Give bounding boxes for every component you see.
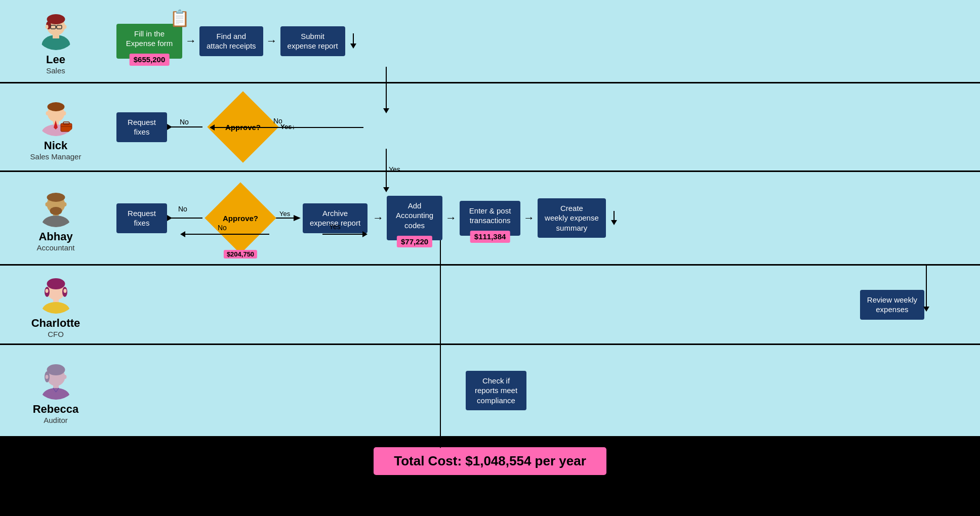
enter-post-cost: $111,384 [470,231,510,243]
document-icon: 📋 [170,9,190,28]
svg-point-9 [45,25,48,29]
actor-charlotte-name: Charlotte [31,317,80,330]
actor-lee-role: Sales [46,66,65,75]
submit-report-label: Submitexpense report [288,32,338,51]
fill-form-box: Fill in theExpense form $655,200 [116,24,182,59]
add-codes-cost: $77,220 [397,236,432,248]
add-codes-label: AddAccountingcodes [396,201,433,230]
add-codes-box: AddAccountingcodes $77,220 [387,196,442,241]
actor-nick-role: Sales Manager [30,152,81,161]
svg-point-33 [63,202,66,206]
create-weekly-box: Createweekly expensesummary [538,198,606,238]
svg-point-53 [47,364,65,375]
svg-point-32 [45,202,48,206]
avatar-abhay [34,184,77,227]
lee-flow: Fill in theExpense form $655,200 📋 → Fin… [116,24,358,59]
archive-report-label: Archiveexpense report [310,209,360,228]
lane-lee-content: Fill in theExpense form $655,200 📋 → Fin… [111,14,980,69]
actor-nick: Nick Sales Manager [0,88,111,166]
svg-point-19 [63,111,66,115]
fill-form-label: Fill in theExpense form [126,29,173,48]
avatar-lee [34,7,77,50]
swim-lane-lee: Lee Sales Fill in theExpense form $655,2… [0,0,980,83]
actor-lee-name: Lee [46,53,65,66]
svg-point-47 [45,289,48,293]
find-receipts-label: Find andattach receipts [207,32,256,51]
yes-abhay-right: Yes [275,213,301,223]
find-receipts-box: Find andattach receipts [199,26,263,56]
svg-point-17 [47,102,64,111]
fill-form-cost: $655,200 [130,54,170,66]
svg-point-10 [63,25,66,29]
fill-form-wrapper: Fill in theExpense form $655,200 📋 [116,24,182,59]
svg-marker-39 [611,220,617,225]
actor-rebecca-name: Rebecca [33,403,79,416]
arrow-abhay-1: → [370,211,387,225]
request-fixes-abhay-box: Requestfixes [116,203,167,233]
svg-marker-37 [294,215,301,221]
no-label-nick: No [180,118,189,126]
abhay-flow: Requestfixes No Approve? $204,750 Yes [116,188,619,248]
arrow-lee-1: → [182,34,199,48]
avatar-rebecca [34,357,77,400]
yes-nick-down: Yes↓ [280,123,295,132]
actor-charlotte-role: CFO [48,330,64,338]
nick-flow: Requestfixes No Approve? Yes↓ [116,97,295,157]
review-weekly-box: Review weeklyexpenses [860,290,924,320]
request-fixes-abhay-label: Requestfixes [128,209,156,228]
approve-abhay-text: Approve? [223,214,258,223]
actor-lee: Lee Sales [0,2,111,80]
actor-abhay-role: Accountant [36,243,74,252]
yes-label-nick: Yes↓ [280,123,295,131]
charlotte-review-area: Review weeklyexpenses [860,290,924,320]
arrow-lee-down [348,33,358,49]
swim-lane-abhay: Abhay Accountant Requestfixes No Approve… [0,172,980,266]
review-weekly-label: Review weeklyexpenses [867,295,917,314]
svg-marker-12 [350,44,356,49]
submit-report-box: Submitexpense report [280,26,345,56]
lane-charlotte-content: Review weeklyexpenses [111,294,980,315]
check-compliance-box: Check ifreports meetcompliance [466,371,526,411]
approve-nick-text: Approve? [225,123,261,132]
svg-marker-25 [167,124,172,130]
avatar-nick [34,93,77,136]
lane-nick-content: Requestfixes No Approve? Yes↓ [111,87,980,167]
total-bar: Total Cost: $1,048,554 per year [0,436,980,486]
lane-rebecca-content: Check ifreports meetcompliance [111,380,980,401]
arrow-abhay-down [609,211,619,225]
arrow-abhay-2: → [442,211,460,225]
add-codes-wrapper: AddAccountingcodes $77,220 [387,196,442,241]
enter-post-label: Enter & posttransactions [469,206,511,225]
svg-point-31 [47,193,65,202]
request-fixes-nick-label: Requestfixes [128,118,156,137]
total-cost-badge: Total Cost: $1,048,554 per year [374,447,606,475]
request-fixes-nick-box: Requestfixes [116,112,167,142]
approve-abhay-cost: $204,750 [224,250,257,259]
actor-abhay: Abhay Accountant [0,179,111,257]
svg-point-30 [50,207,62,215]
svg-point-48 [63,289,66,293]
approve-nick-wrapper: Approve? [213,97,273,157]
enter-post-wrapper: Enter & posttransactions $111,384 [460,201,520,236]
check-compliance-label: Check ifreports meetcompliance [475,376,517,405]
arrow-abhay-3: → [520,211,538,225]
diagram-container: Lee Sales Fill in theExpense form $655,2… [0,0,980,486]
svg-point-44 [47,278,65,289]
svg-point-56 [63,375,66,379]
archive-report-box: Archiveexpense report [303,203,368,233]
lane-abhay-content: Requestfixes No Approve? $204,750 Yes [111,178,980,259]
create-weekly-label: Createweekly expensesummary [545,204,599,232]
actor-rebecca-role: Auditor [44,416,68,424]
svg-point-18 [46,111,49,115]
enter-post-box: Enter & posttransactions $111,384 [460,201,520,236]
arrow-no-abhay: No [167,213,208,223]
actor-charlotte: Charlotte CFO [0,266,111,343]
swim-lane-rebecca: Rebecca Auditor Check ifreports meetcomp… [0,345,980,436]
approve-abhay-wrapper: Approve? $204,750 [210,188,271,248]
actor-rebecca: Rebecca Auditor [0,352,111,429]
no-label-abhay: No [178,205,187,213]
avatar-charlotte [34,271,77,314]
check-compliance-area: Check ifreports meetcompliance [466,371,526,411]
actor-abhay-name: Abhay [38,230,72,243]
swim-lane-charlotte: Charlotte CFO Review weeklyexpenses [0,266,980,345]
